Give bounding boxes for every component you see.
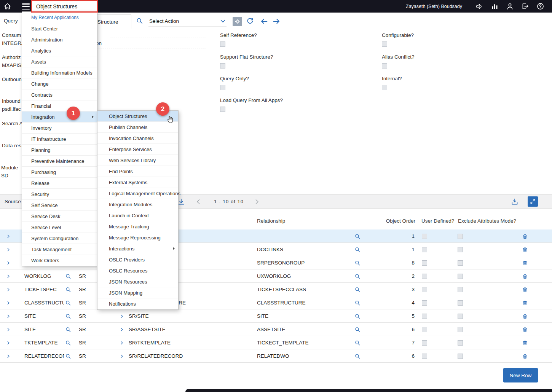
relationship-search-icon[interactable] xyxy=(354,296,361,309)
relationship-search-icon[interactable] xyxy=(354,349,361,363)
submenu-item[interactable]: Interactions xyxy=(97,243,178,254)
path-expand-icon[interactable] xyxy=(120,309,125,323)
menu-item[interactable]: Purchasing xyxy=(22,167,97,178)
menu-item[interactable]: System Configuration xyxy=(22,233,97,244)
object-search-icon[interactable] xyxy=(65,296,72,309)
home-icon[interactable] xyxy=(3,2,11,10)
object-search-icon[interactable] xyxy=(65,269,72,283)
delete-row-icon[interactable] xyxy=(522,296,528,309)
menu-item[interactable]: Analytics xyxy=(22,45,97,56)
delete-row-icon[interactable] xyxy=(522,336,528,349)
logout-icon[interactable] xyxy=(521,2,529,10)
submenu-item[interactable]: JSON Resources xyxy=(97,276,178,287)
row-expand-icon[interactable] xyxy=(6,349,11,363)
submenu-item[interactable]: Publish Channels xyxy=(97,122,178,133)
user-defined-checkbox[interactable] xyxy=(422,234,427,239)
previous-record-icon[interactable] xyxy=(260,17,268,25)
column-header-relationship[interactable]: Relationship xyxy=(257,218,285,224)
submenu-item[interactable]: Message Tracking xyxy=(97,221,178,232)
profile-icon[interactable] xyxy=(506,2,514,10)
delete-row-icon[interactable] xyxy=(522,229,528,243)
download-icon[interactable] xyxy=(177,198,185,206)
object-search-icon[interactable] xyxy=(65,349,72,363)
relationship-search-icon[interactable] xyxy=(354,309,361,323)
user-defined-checkbox[interactable] xyxy=(422,247,427,252)
menu-item[interactable]: IT Infrastructure xyxy=(22,134,97,145)
checkbox[interactable] xyxy=(220,107,225,112)
exclude-attributes-checkbox[interactable] xyxy=(458,327,463,332)
submenu-item[interactable]: Object Structures xyxy=(97,111,178,122)
delete-row-icon[interactable] xyxy=(522,256,528,269)
menu-item[interactable]: Work Orders xyxy=(22,255,97,266)
page-previous-icon[interactable] xyxy=(195,198,202,205)
user-name[interactable]: Zayaseth (Seth) Boudsady xyxy=(406,0,462,13)
row-expand-icon[interactable] xyxy=(6,309,11,323)
checkbox[interactable] xyxy=(382,85,387,90)
export-icon[interactable] xyxy=(511,198,518,206)
delete-row-icon[interactable] xyxy=(522,283,528,296)
relationship-search-icon[interactable] xyxy=(354,283,361,296)
delete-row-icon[interactable] xyxy=(522,349,528,363)
user-defined-checkbox[interactable] xyxy=(422,287,427,292)
relationship-search-icon[interactable] xyxy=(354,256,361,269)
announcements-icon[interactable] xyxy=(475,2,483,10)
user-defined-checkbox[interactable] xyxy=(422,274,427,279)
menu-item[interactable]: Inventory xyxy=(22,123,97,134)
menu-item[interactable]: Preventive Maintenance xyxy=(22,156,97,167)
user-defined-checkbox[interactable] xyxy=(422,340,427,346)
menu-item[interactable]: Task Management xyxy=(22,244,97,255)
menu-item[interactable]: Integration xyxy=(22,112,97,123)
submenu-item[interactable]: Integration Modules xyxy=(97,199,178,210)
relationship-search-icon[interactable] xyxy=(354,269,361,283)
submenu-item[interactable]: End Points xyxy=(97,166,178,177)
exclude-attributes-checkbox[interactable] xyxy=(458,247,463,252)
row-expand-icon[interactable] xyxy=(6,336,11,349)
exclude-attributes-checkbox[interactable] xyxy=(458,260,463,266)
relationship-search-icon[interactable] xyxy=(354,243,361,256)
menu-item[interactable]: Change xyxy=(22,78,97,89)
submenu-item[interactable]: OSLC Providers xyxy=(97,254,178,265)
submenu-item[interactable]: JSON Mapping xyxy=(97,287,178,298)
delete-row-icon[interactable] xyxy=(522,243,528,256)
exclude-attributes-checkbox[interactable] xyxy=(458,354,463,359)
menu-recent-applications[interactable]: My Recent Applications xyxy=(22,12,97,23)
new-row-button[interactable]: New Row xyxy=(503,368,538,382)
row-expand-icon[interactable] xyxy=(6,256,11,269)
delete-row-icon[interactable] xyxy=(522,309,528,323)
next-record-icon[interactable] xyxy=(272,17,281,25)
path-expand-icon[interactable] xyxy=(120,336,125,349)
menu-hamburger-icon[interactable] xyxy=(22,3,30,10)
user-defined-checkbox[interactable] xyxy=(422,327,427,332)
path-expand-icon[interactable] xyxy=(120,323,125,336)
relationship-search-icon[interactable] xyxy=(354,336,361,349)
checkbox[interactable] xyxy=(220,85,225,90)
checkbox[interactable] xyxy=(382,41,387,47)
refresh-icon[interactable] xyxy=(246,17,254,25)
query-tab[interactable]: Query xyxy=(4,13,18,29)
menu-item[interactable]: Service Level xyxy=(22,222,97,233)
delete-row-icon[interactable] xyxy=(522,269,528,283)
object-search-icon[interactable] xyxy=(65,283,72,296)
gear-icon[interactable] xyxy=(233,17,242,26)
row-expand-icon[interactable] xyxy=(6,243,11,256)
delete-row-icon[interactable] xyxy=(522,323,528,336)
exclude-attributes-checkbox[interactable] xyxy=(458,314,463,319)
user-defined-checkbox[interactable] xyxy=(422,354,427,359)
submenu-item[interactable]: Enterprise Services xyxy=(97,144,178,155)
submenu-item[interactable]: External Systems xyxy=(97,177,178,188)
menu-item[interactable]: Building Information Models xyxy=(22,67,97,78)
menu-item[interactable]: Start Center xyxy=(22,23,97,34)
menu-item[interactable]: Financial xyxy=(22,100,97,112)
submenu-item[interactable]: Logical Management Operations xyxy=(97,188,178,199)
submenu-item[interactable]: OSLC Resources xyxy=(97,265,178,276)
exclude-attributes-checkbox[interactable] xyxy=(458,274,463,279)
user-defined-checkbox[interactable] xyxy=(422,314,427,319)
user-defined-checkbox[interactable] xyxy=(422,300,427,306)
menu-item[interactable]: Assets xyxy=(22,56,97,67)
menu-item[interactable]: Security xyxy=(22,189,97,200)
reports-chart-icon[interactable] xyxy=(491,2,499,10)
submenu-item[interactable]: Message Reprocessing xyxy=(97,232,178,243)
column-header-object-order[interactable]: Object Order xyxy=(386,218,415,224)
exclude-attributes-checkbox[interactable] xyxy=(458,300,463,306)
checkbox[interactable] xyxy=(220,63,225,69)
